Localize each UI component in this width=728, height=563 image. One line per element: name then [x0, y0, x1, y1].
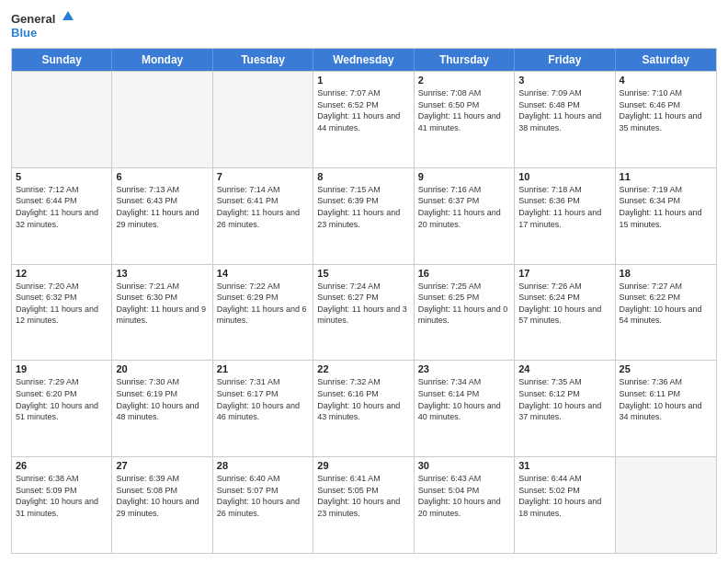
- cell-info: Sunrise: 7:25 AM Sunset: 6:25 PM Dayligh…: [418, 281, 510, 327]
- calendar-cell: [213, 72, 313, 167]
- calendar-cell: 19Sunrise: 7:29 AM Sunset: 6:20 PM Dayli…: [12, 361, 112, 456]
- calendar-cell: 2Sunrise: 7:08 AM Sunset: 6:50 PM Daylig…: [415, 72, 515, 167]
- calendar-header-row: SundayMondayTuesdayWednesdayThursdayFrid…: [12, 49, 716, 71]
- calendar-cell: 5Sunrise: 7:12 AM Sunset: 6:44 PM Daylig…: [12, 168, 112, 264]
- calendar-cell: 16Sunrise: 7:25 AM Sunset: 6:25 PM Dayli…: [415, 265, 515, 361]
- calendar-header-cell-monday: Monday: [112, 49, 212, 71]
- calendar: SundayMondayTuesdayWednesdayThursdayFrid…: [11, 48, 717, 554]
- calendar-header-cell-thursday: Thursday: [415, 49, 515, 71]
- cell-info: Sunrise: 7:24 AM Sunset: 6:27 PM Dayligh…: [317, 281, 409, 327]
- cell-info: Sunrise: 6:44 AM Sunset: 5:02 PM Dayligh…: [518, 473, 610, 519]
- calendar-cell: 22Sunrise: 7:32 AM Sunset: 6:16 PM Dayli…: [313, 361, 414, 456]
- calendar-cell: 30Sunrise: 6:43 AM Sunset: 5:04 PM Dayli…: [415, 457, 515, 553]
- cell-info: Sunrise: 6:38 AM Sunset: 5:09 PM Dayligh…: [16, 473, 108, 519]
- day-number: 24: [518, 363, 610, 374]
- svg-text:General: General: [11, 12, 55, 26]
- calendar-cell: 26Sunrise: 6:38 AM Sunset: 5:09 PM Dayli…: [12, 457, 112, 553]
- calendar-cell: 3Sunrise: 7:09 AM Sunset: 6:48 PM Daylig…: [515, 72, 615, 167]
- cell-info: Sunrise: 7:30 AM Sunset: 6:19 PM Dayligh…: [116, 376, 208, 422]
- cell-info: Sunrise: 7:12 AM Sunset: 6:44 PM Dayligh…: [16, 184, 108, 230]
- day-number: 19: [16, 363, 108, 374]
- day-number: 29: [317, 460, 409, 471]
- calendar-cell: 23Sunrise: 7:34 AM Sunset: 6:14 PM Dayli…: [415, 361, 515, 456]
- calendar-header-cell-saturday: Saturday: [616, 49, 716, 71]
- day-number: 23: [418, 363, 510, 374]
- calendar-cell: 20Sunrise: 7:30 AM Sunset: 6:19 PM Dayli…: [112, 361, 212, 456]
- day-number: 17: [518, 268, 610, 279]
- cell-info: Sunrise: 6:39 AM Sunset: 5:08 PM Dayligh…: [116, 473, 208, 519]
- calendar-header-cell-sunday: Sunday: [12, 49, 112, 71]
- day-number: 22: [317, 363, 409, 374]
- cell-info: Sunrise: 7:19 AM Sunset: 6:34 PM Dayligh…: [620, 184, 712, 230]
- cell-info: Sunrise: 7:27 AM Sunset: 6:22 PM Dayligh…: [620, 281, 712, 327]
- day-number: 25: [620, 363, 712, 374]
- logo-icon: General Blue: [11, 9, 75, 42]
- day-number: 21: [217, 363, 309, 374]
- day-number: 10: [518, 171, 610, 182]
- calendar-cell: 25Sunrise: 7:36 AM Sunset: 6:11 PM Dayli…: [616, 361, 716, 456]
- calendar-row-2: 12Sunrise: 7:20 AM Sunset: 6:32 PM Dayli…: [12, 264, 716, 361]
- calendar-cell: 11Sunrise: 7:19 AM Sunset: 6:34 PM Dayli…: [616, 168, 716, 264]
- cell-info: Sunrise: 7:29 AM Sunset: 6:20 PM Dayligh…: [16, 376, 108, 422]
- day-number: 3: [518, 75, 610, 86]
- day-number: 11: [620, 171, 712, 182]
- day-number: 7: [217, 171, 309, 182]
- day-number: 30: [418, 460, 510, 471]
- day-number: 16: [418, 268, 510, 279]
- calendar-row-0: 1Sunrise: 7:07 AM Sunset: 6:52 PM Daylig…: [12, 71, 716, 167]
- cell-info: Sunrise: 7:18 AM Sunset: 6:36 PM Dayligh…: [518, 184, 610, 230]
- cell-info: Sunrise: 6:41 AM Sunset: 5:05 PM Dayligh…: [317, 473, 409, 519]
- cell-info: Sunrise: 7:34 AM Sunset: 6:14 PM Dayligh…: [418, 376, 510, 422]
- day-number: 6: [116, 171, 208, 182]
- cell-info: Sunrise: 7:26 AM Sunset: 6:24 PM Dayligh…: [518, 281, 610, 327]
- calendar-cell: 4Sunrise: 7:10 AM Sunset: 6:46 PM Daylig…: [616, 72, 716, 167]
- day-number: 2: [418, 75, 510, 86]
- cell-info: Sunrise: 7:31 AM Sunset: 6:17 PM Dayligh…: [217, 376, 309, 422]
- calendar-cell: [12, 72, 112, 167]
- calendar-cell: 31Sunrise: 6:44 AM Sunset: 5:02 PM Dayli…: [515, 457, 615, 553]
- logo: General Blue: [11, 9, 75, 42]
- calendar-header-cell-tuesday: Tuesday: [213, 49, 313, 71]
- cell-info: Sunrise: 7:16 AM Sunset: 6:37 PM Dayligh…: [418, 184, 510, 230]
- calendar-cell: [616, 457, 716, 553]
- day-number: 4: [620, 75, 712, 86]
- day-number: 27: [116, 460, 208, 471]
- calendar-cell: 13Sunrise: 7:21 AM Sunset: 6:30 PM Dayli…: [112, 265, 212, 361]
- cell-info: Sunrise: 7:10 AM Sunset: 6:46 PM Dayligh…: [620, 87, 712, 133]
- day-number: 20: [116, 363, 208, 374]
- calendar-row-3: 19Sunrise: 7:29 AM Sunset: 6:20 PM Dayli…: [12, 360, 716, 456]
- calendar-row-4: 26Sunrise: 6:38 AM Sunset: 5:09 PM Dayli…: [12, 456, 716, 553]
- calendar-cell: 15Sunrise: 7:24 AM Sunset: 6:27 PM Dayli…: [313, 265, 414, 361]
- calendar-cell: 6Sunrise: 7:13 AM Sunset: 6:43 PM Daylig…: [112, 168, 212, 264]
- day-number: 8: [317, 171, 409, 182]
- svg-marker-1: [63, 11, 74, 20]
- calendar-cell: 21Sunrise: 7:31 AM Sunset: 6:17 PM Dayli…: [213, 361, 313, 456]
- header: General Blue: [11, 9, 717, 42]
- calendar-header-cell-wednesday: Wednesday: [313, 49, 414, 71]
- calendar-cell: 7Sunrise: 7:14 AM Sunset: 6:41 PM Daylig…: [213, 168, 313, 264]
- calendar-cell: 18Sunrise: 7:27 AM Sunset: 6:22 PM Dayli…: [616, 265, 716, 361]
- cell-info: Sunrise: 7:36 AM Sunset: 6:11 PM Dayligh…: [620, 376, 712, 422]
- calendar-cell: 12Sunrise: 7:20 AM Sunset: 6:32 PM Dayli…: [12, 265, 112, 361]
- cell-info: Sunrise: 6:40 AM Sunset: 5:07 PM Dayligh…: [217, 473, 309, 519]
- day-number: 12: [16, 268, 108, 279]
- cell-info: Sunrise: 7:21 AM Sunset: 6:30 PM Dayligh…: [116, 281, 208, 327]
- calendar-cell: 28Sunrise: 6:40 AM Sunset: 5:07 PM Dayli…: [213, 457, 313, 553]
- calendar-cell: 24Sunrise: 7:35 AM Sunset: 6:12 PM Dayli…: [515, 361, 615, 456]
- day-number: 31: [518, 460, 610, 471]
- calendar-cell: 14Sunrise: 7:22 AM Sunset: 6:29 PM Dayli…: [213, 265, 313, 361]
- cell-info: Sunrise: 7:14 AM Sunset: 6:41 PM Dayligh…: [217, 184, 309, 230]
- cell-info: Sunrise: 6:43 AM Sunset: 5:04 PM Dayligh…: [418, 473, 510, 519]
- cell-info: Sunrise: 7:15 AM Sunset: 6:39 PM Dayligh…: [317, 184, 409, 230]
- cell-info: Sunrise: 7:09 AM Sunset: 6:48 PM Dayligh…: [518, 87, 610, 133]
- cell-info: Sunrise: 7:22 AM Sunset: 6:29 PM Dayligh…: [217, 281, 309, 327]
- calendar-cell: 29Sunrise: 6:41 AM Sunset: 5:05 PM Dayli…: [313, 457, 414, 553]
- calendar-cell: [112, 72, 212, 167]
- cell-info: Sunrise: 7:07 AM Sunset: 6:52 PM Dayligh…: [317, 87, 409, 133]
- cell-info: Sunrise: 7:20 AM Sunset: 6:32 PM Dayligh…: [16, 281, 108, 327]
- day-number: 5: [16, 171, 108, 182]
- day-number: 9: [418, 171, 510, 182]
- calendar-header-cell-friday: Friday: [515, 49, 615, 71]
- calendar-cell: 9Sunrise: 7:16 AM Sunset: 6:37 PM Daylig…: [415, 168, 515, 264]
- svg-text:Blue: Blue: [11, 26, 37, 40]
